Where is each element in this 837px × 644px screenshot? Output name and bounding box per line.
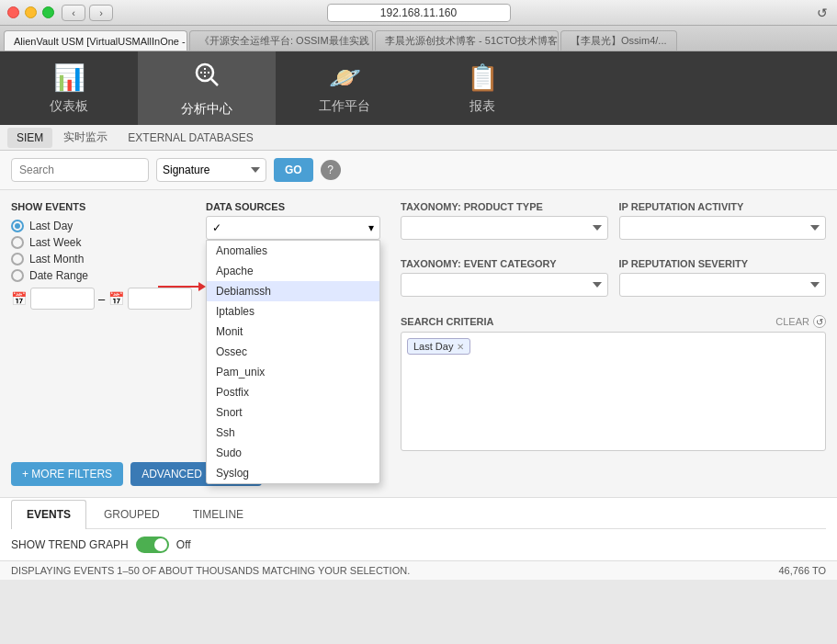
bottom-section: EVENTS GROUPED TIMELINE SHOW TREND GRAPH… (0, 497, 837, 560)
middle-column: DATA SOURCES ✓ ▾ Anomalies Apache Debiam… (206, 201, 390, 451)
window-controls (7, 6, 54, 18)
help-button[interactable]: ? (321, 160, 341, 180)
status-bar: DISPLAYING EVENTS 1–50 OF ABOUT THOUSAND… (0, 560, 837, 580)
ip-activity-label: IP REPUTATION ACTIVITY (619, 201, 827, 212)
ds-item-ssh[interactable]: Ssh (207, 423, 379, 443)
show-events-title: SHOW EVENTS (11, 201, 195, 212)
ds-item-snort[interactable]: Snort (207, 402, 379, 423)
nav-item-reports[interactable]: 📋 报表 (413, 51, 551, 125)
ip-severity-label: IP REPUTATION SEVERITY (619, 258, 827, 269)
data-sources-dropdown-wrapper: ✓ ▾ Anomalies Apache Debiamssh Iptables … (206, 216, 390, 240)
sub-nav-realtime[interactable]: 实时监示 (54, 126, 117, 149)
ds-item-iptables[interactable]: Iptables (207, 301, 379, 322)
ds-item-sudo[interactable]: Sudo (207, 443, 379, 463)
ds-item-syslog[interactable]: Syslog (207, 463, 379, 483)
svg-line-1 (211, 79, 218, 85)
search-criteria-section: SEARCH CRITERIA CLEAR ↺ Last Day ✕ (401, 315, 826, 451)
arrow-annotation (158, 282, 206, 291)
browser-tabs: AlienVault USM [VirtualUSMAl​lInOne - 19… (0, 26, 837, 51)
search-bar: Signature GO ? (0, 151, 837, 190)
radio-last-day[interactable]: Last Day (11, 220, 195, 232)
nav-label-reports: 报表 (469, 98, 495, 115)
nav-label-dashboard: 仪表板 (50, 98, 88, 115)
go-button[interactable]: GO (274, 158, 313, 182)
data-sources-check: ✓ (212, 221, 221, 234)
browser-tab-0[interactable]: AlienVault USM [VirtualUSMAl​lInOne - 19… (4, 30, 187, 51)
back-button[interactable]: ‹ (62, 5, 85, 21)
criteria-tag-remove[interactable]: ✕ (457, 342, 464, 352)
tab-grouped[interactable]: GROUPED (88, 500, 175, 528)
ds-item-monit[interactable]: Monit (207, 322, 379, 342)
bottom-tabs: EVENTS GROUPED TIMELINE (11, 498, 826, 529)
sub-navigation: SIEM 实时监示 EXTERNAL DATABASES (0, 125, 837, 151)
nav-label-workbench: 工作平台 (319, 98, 370, 115)
sub-nav-siem[interactable]: SIEM (7, 128, 52, 148)
left-column: SHOW EVENTS Last Day Last Week Last Mont… (11, 201, 195, 451)
more-filters-button[interactable]: + MORE FILTERS (11, 462, 123, 486)
ds-item-debiamssh[interactable]: Debiamssh (207, 281, 379, 301)
nav-item-workbench[interactable]: 🪐 工作平台 (276, 51, 413, 125)
ds-item-anomalies[interactable]: Anomalies (207, 241, 379, 261)
bottom-filters-row: TAXONOMY: EVENT CATEGORY IP REPUTATION S… (401, 258, 826, 306)
calendar-from-icon[interactable]: 📅 (11, 291, 27, 306)
search-criteria-title: SEARCH CRITERIA (401, 316, 493, 327)
browser-tab-3[interactable]: 【李晨光】Ossim4/... (560, 30, 677, 51)
arrow-head (198, 282, 206, 291)
trend-graph-toggle[interactable] (136, 537, 169, 553)
radio-circle-date-range (11, 269, 24, 282)
ip-activity-select[interactable] (619, 216, 827, 240)
taxonomy-event-section: TAXONOMY: EVENT CATEGORY (401, 258, 608, 297)
browser-nav: ‹ › (62, 5, 113, 21)
toggle-knob (154, 538, 167, 551)
toggle-state-label: Off (176, 538, 191, 551)
radio-last-month[interactable]: Last Month (11, 253, 195, 266)
nav-item-analysis[interactable]: 分析中心 (138, 51, 276, 125)
workbench-icon: 🪐 (329, 62, 361, 93)
main-content: SHOW EVENTS Last Day Last Week Last Mont… (0, 190, 837, 497)
close-window-button[interactable] (7, 6, 19, 18)
reload-button[interactable]: ↺ (817, 6, 828, 20)
radio-date-range[interactable]: Date Range (11, 269, 195, 282)
reports-icon: 📋 (467, 62, 499, 93)
sub-nav-external[interactable]: EXTERNAL DATABASES (119, 128, 262, 148)
status-count: 46,766 TO (778, 565, 826, 576)
forward-button[interactable]: › (89, 5, 113, 21)
nav-item-dashboard[interactable]: 📊 仪表板 (0, 51, 138, 125)
taxonomy-event-label: TAXONOMY: EVENT CATEGORY (401, 258, 608, 269)
data-sources-arrow-icon: ▾ (368, 221, 374, 234)
date-separator: – (98, 292, 105, 306)
data-sources-trigger[interactable]: ✓ ▾ (206, 216, 380, 240)
trend-graph-row: SHOW TREND GRAPH Off (11, 529, 826, 560)
maximize-window-button[interactable] (42, 6, 54, 18)
clear-section: CLEAR ↺ (775, 315, 826, 328)
radio-last-week[interactable]: Last Week (11, 236, 195, 249)
ip-severity-select[interactable] (619, 273, 827, 297)
tab-timeline[interactable]: TIMELINE (177, 500, 259, 528)
minimize-window-button[interactable] (25, 6, 37, 18)
calendar-to-icon[interactable]: 📅 (108, 291, 124, 306)
taxonomy-event-select[interactable] (401, 273, 608, 297)
tab-events[interactable]: EVENTS (11, 500, 86, 529)
ds-item-pamunix[interactable]: Pam_unix (207, 362, 379, 382)
dashboard-icon: 📊 (53, 62, 85, 93)
criteria-tag-lastday: Last Day ✕ (407, 338, 470, 355)
browser-tab-2[interactable]: 李晨光源创技术博客 - 51CTO技术博客 - 领先的IT... (375, 30, 559, 51)
arrow-line (158, 286, 198, 288)
date-from-input[interactable] (30, 288, 95, 310)
clear-button[interactable]: CLEAR (775, 316, 809, 327)
filter-buttons-row: + MORE FILTERS ADVANCED SEARCH (11, 462, 826, 486)
app-navigation: 📊 仪表板 分析中心 🪐 工作平台 📋 报表 (0, 51, 837, 125)
address-bar[interactable]: 192.168.11.160 (327, 4, 511, 22)
refresh-button[interactable]: ↺ (813, 315, 826, 328)
ds-item-apache[interactable]: Apache (207, 261, 379, 281)
ip-severity-section: IP REPUTATION SEVERITY (619, 258, 827, 297)
analysis-icon (192, 60, 221, 96)
search-input[interactable] (11, 158, 149, 182)
search-type-select[interactable]: Signature (156, 158, 266, 182)
browser-tab-1[interactable]: 《开源安全运维平台: OSSIM最佳实践（附光盘）》(... (189, 30, 373, 51)
top-filters-row: TAXONOMY: PRODUCT TYPE IP REPUTATION ACT… (401, 201, 826, 249)
ds-item-postfix[interactable]: Postfix (207, 382, 379, 402)
titlebar: ‹ › 192.168.11.160 ↺ (0, 0, 837, 26)
taxonomy-product-select[interactable] (401, 216, 608, 240)
ds-item-ossec[interactable]: Ossec (207, 342, 379, 362)
